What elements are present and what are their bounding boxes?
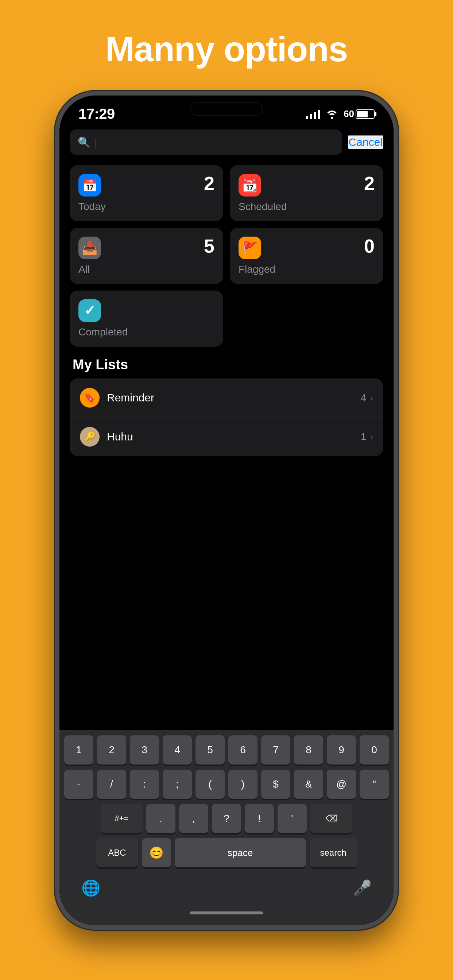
all-icon: 📥 (78, 237, 101, 259)
flagged-label: Flagged (239, 264, 375, 275)
keyboard[interactable]: 1 2 3 4 5 6 7 8 9 0 - / : ; ( ) $ & (59, 730, 394, 925)
reminder-list-count: 4 (361, 392, 367, 404)
key-space[interactable]: space (175, 838, 306, 867)
lists-container: 🔖 Reminder 4 › 🔑 Huhu 1 › (70, 379, 383, 456)
key-9[interactable]: 9 (327, 735, 356, 765)
key-6[interactable]: 6 (228, 735, 257, 765)
key-3[interactable]: 3 (130, 735, 159, 765)
completed-icon: ✓ (78, 299, 101, 322)
search-icon: 🔍 (78, 136, 91, 148)
search-bar: 🔍 Cancel (70, 129, 383, 155)
key-open-paren[interactable]: ( (196, 770, 225, 799)
list-item-reminder[interactable]: 🔖 Reminder 4 › (70, 379, 383, 417)
reminder-chevron-icon: › (370, 392, 373, 404)
key-colon[interactable]: : (130, 770, 159, 799)
keyboard-row-4: ABC 😊 space search (62, 838, 391, 867)
key-apostrophe[interactable]: ' (278, 804, 307, 833)
keyboard-row-1: 1 2 3 4 5 6 7 8 9 0 (62, 735, 391, 765)
key-dollar[interactable]: $ (261, 770, 290, 799)
key-7[interactable]: 7 (261, 735, 290, 765)
huhu-list-count: 1 (361, 431, 367, 442)
today-card[interactable]: 📅 2 Today (70, 165, 223, 221)
page-title: Manny options (105, 29, 348, 69)
wifi-icon (325, 110, 338, 119)
key-backspace[interactable]: ⌫ (310, 804, 353, 833)
today-icon: 📅 (78, 174, 101, 197)
flagged-count: 0 (364, 237, 375, 256)
key-semicolon[interactable]: ; (163, 770, 192, 799)
key-slash[interactable]: / (97, 770, 126, 799)
key-at[interactable]: @ (327, 770, 356, 799)
key-2[interactable]: 2 (97, 735, 126, 765)
key-abc[interactable]: ABC (96, 838, 138, 867)
key-4[interactable]: 4 (163, 735, 192, 765)
smart-lists-grid: 📅 2 Today 📆 2 Scheduled 📥 (70, 165, 383, 284)
key-exclamation[interactable]: ! (245, 804, 274, 833)
dynamic-island (190, 102, 263, 116)
app-content: 🔍 Cancel 📅 2 Today (59, 126, 394, 730)
keyboard-row-3: #+= . , ? ! ' ⌫ (62, 804, 391, 833)
phone-frame: 17:29 60 (55, 91, 398, 930)
signal-bars-icon (306, 109, 320, 119)
key-0[interactable]: 0 (360, 735, 389, 765)
key-1[interactable]: 1 (64, 735, 93, 765)
key-question[interactable]: ? (212, 804, 241, 833)
status-icons: 60 (306, 108, 375, 119)
huhu-list-name: Huhu (107, 431, 353, 443)
home-bar (190, 912, 263, 915)
search-input[interactable] (96, 136, 334, 148)
huhu-chevron-icon: › (370, 431, 373, 442)
key-8[interactable]: 8 (294, 735, 323, 765)
key-comma[interactable]: , (179, 804, 208, 833)
key-more-symbols[interactable]: #+= (100, 804, 143, 833)
search-cursor (96, 138, 96, 148)
status-time: 17:29 (78, 106, 115, 122)
cancel-button[interactable]: Cancel (348, 135, 383, 149)
scheduled-icon: 📆 (239, 174, 261, 197)
keyboard-row-2: - / : ; ( ) $ & @ " (62, 770, 391, 799)
globe-icon[interactable]: 🌐 (81, 879, 100, 897)
list-item-huhu[interactable]: 🔑 Huhu 1 › (70, 417, 383, 456)
flagged-card[interactable]: 🚩 0 Flagged (230, 228, 383, 284)
microphone-icon[interactable]: 🎤 (353, 879, 372, 897)
all-label: All (78, 264, 214, 275)
bottom-bar: 🌐 🎤 (62, 872, 391, 912)
huhu-list-icon: 🔑 (80, 427, 100, 447)
all-count: 5 (204, 237, 214, 256)
key-5[interactable]: 5 (196, 735, 225, 765)
home-indicator (62, 912, 391, 925)
completed-row: ✓ Completed (70, 291, 383, 347)
all-card[interactable]: 📥 5 All (70, 228, 223, 284)
reminder-list-icon: 🔖 (80, 388, 100, 407)
scheduled-card[interactable]: 📆 2 Scheduled (230, 165, 383, 221)
today-count: 2 (204, 174, 214, 193)
completed-label: Completed (78, 326, 214, 338)
key-close-paren[interactable]: ) (228, 770, 257, 799)
flagged-icon: 🚩 (239, 237, 261, 259)
scheduled-count: 2 (364, 174, 375, 193)
battery-percent: 60 (344, 108, 354, 119)
battery-icon: 60 (344, 108, 375, 119)
screen: 17:29 60 (59, 95, 394, 925)
scheduled-label: Scheduled (239, 201, 375, 213)
reminder-list-name: Reminder (107, 391, 353, 404)
today-label: Today (78, 201, 214, 213)
completed-card[interactable]: ✓ Completed (70, 291, 223, 347)
key-ampersand[interactable]: & (294, 770, 323, 799)
key-emoji[interactable]: 😊 (142, 838, 171, 867)
key-search[interactable]: search (309, 838, 357, 867)
my-lists-section-title: My Lists (70, 357, 383, 372)
key-quote[interactable]: " (360, 770, 389, 799)
search-input-wrap[interactable]: 🔍 (70, 129, 342, 155)
key-period[interactable]: . (146, 804, 175, 833)
key-minus[interactable]: - (64, 770, 93, 799)
